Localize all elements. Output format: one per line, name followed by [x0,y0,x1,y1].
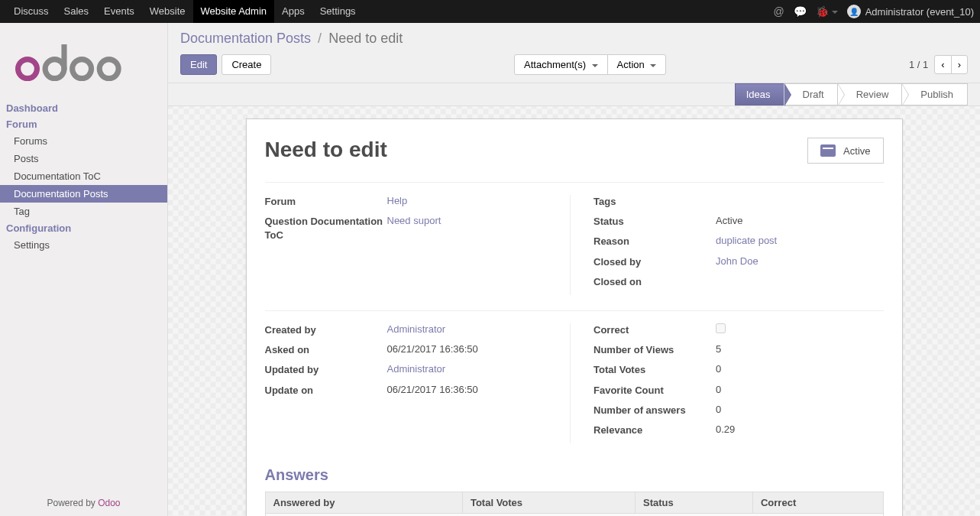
svg-point-3 [99,60,118,79]
field-label: Relevance [593,424,716,437]
field-row: Created byAdministrator [265,323,555,337]
nav-discuss[interactable]: Discuss [6,0,57,23]
field-row: Tags [593,195,884,209]
field-label: Status [593,215,716,229]
sidebar-section-configuration[interactable]: Configuration [0,220,167,236]
logo[interactable] [0,23,167,100]
nav-website[interactable]: Website [142,0,193,23]
status-review[interactable]: Review [837,83,903,105]
table-row [265,514,883,516]
pager-next[interactable]: › [951,55,968,74]
nav-website-admin[interactable]: Website Admin [193,0,274,23]
archive-icon [820,144,836,157]
sidebar-item-settings[interactable]: Settings [0,236,167,254]
svg-point-0 [18,60,37,79]
breadcrumb: Documentation Posts / Need to edit [180,31,968,47]
user-name: Administrator (event_10) [865,6,974,18]
field-value[interactable]: John Doe [716,255,884,269]
field-row: Closed on [593,275,884,289]
nav-settings[interactable]: Settings [312,0,364,23]
main-content: Documentation Posts / Need to edit Edit … [168,23,980,516]
action-dropdown[interactable]: Action [607,54,667,75]
top-navbar: DiscussSalesEventsWebsiteWebsite AdminAp… [0,0,980,23]
field-value: Active [716,215,884,229]
edit-button[interactable]: Edit [180,54,217,75]
pager-prev[interactable]: ‹ [934,55,951,74]
breadcrumb-parent[interactable]: Documentation Posts [180,31,311,46]
attachments-dropdown[interactable]: Attachment(s) [514,54,608,75]
pager-text: 1 / 1 [909,59,928,70]
svg-point-2 [73,60,92,79]
odoo-link[interactable]: Odoo [98,498,120,508]
control-panel: Documentation Posts / Need to edit Edit … [168,23,980,83]
field-row: ForumHelp [265,195,555,209]
field-value: 5 [716,343,884,357]
avatar: 👤 [847,5,861,18]
table-header[interactable]: Total Votes [462,492,635,514]
sidebar-footer: Powered by Odoo [0,490,167,516]
field-row: Favorite Count0 [593,384,884,398]
answers-table: Answered byTotal VotesStatusCorrect [265,492,884,516]
field-value: 0 [716,384,884,398]
answers-title: Answers [265,466,884,484]
field-label: Question Documentation ToC [265,215,387,242]
field-label: Created by [265,323,387,337]
table-header[interactable]: Answered by [265,492,462,514]
field-label: Tags [593,195,716,209]
form-sheet: Need to edit Active ForumHelpQuestion Do… [246,118,903,516]
field-label: Total Votes [593,363,716,377]
field-value[interactable]: Need suport [387,215,555,242]
field-value [716,275,884,289]
field-row: Correct [593,323,884,337]
table-header[interactable]: Status [635,492,752,514]
sidebar-item-posts[interactable]: Posts [0,150,167,167]
chat-icon[interactable]: 💬 [794,5,807,18]
status-draft[interactable]: Draft [784,83,838,105]
field-label: Favorite Count [593,384,716,398]
field-value[interactable]: duplicate post [716,235,884,248]
sidebar-item-documentation-posts[interactable]: Documentation Posts [0,185,167,203]
field-value[interactable]: Administrator [387,323,555,337]
create-button[interactable]: Create [222,54,271,75]
status-ideas[interactable]: Ideas [735,83,784,105]
active-badge[interactable]: Active [807,138,883,164]
field-row: Number of Views5 [593,343,884,357]
field-value[interactable]: Help [387,195,555,209]
sidebar-item-tag[interactable]: Tag [0,203,167,220]
field-label: Reason [593,235,716,248]
page-title: Need to edit [265,138,387,162]
field-label: Closed by [593,255,716,269]
status-publish[interactable]: Publish [901,83,968,105]
sidebar-section-dashboard[interactable]: Dashboard [0,100,167,116]
field-row: Total Votes0 [593,363,884,377]
correct-checkbox [716,323,726,333]
sidebar: DashboardForumForumsPostsDocumentation T… [0,23,168,516]
field-label: Forum [265,195,387,209]
field-row: Closed byJohn Doe [593,255,884,269]
field-row: Relevance0.29 [593,424,884,437]
field-value: 06/21/2017 16:36:50 [387,384,555,398]
field-label: Number of answers [593,404,716,417]
field-row: Reasonduplicate post [593,235,884,248]
sidebar-item-documentation-toc[interactable]: Documentation ToC [0,167,167,185]
field-value: 0.29 [716,424,884,437]
nav-apps[interactable]: Apps [274,0,312,23]
user-menu[interactable]: 👤 Administrator (event_10) [847,5,974,18]
field-label: Closed on [593,275,716,289]
nav-sales[interactable]: Sales [57,0,97,23]
field-value: 0 [716,404,884,417]
statusbar: IdeasDraftReviewPublish [168,83,980,106]
field-label: Asked on [265,343,387,357]
field-row: StatusActive [593,215,884,229]
table-header[interactable]: Correct [752,492,883,514]
field-value [716,323,884,337]
sidebar-section-forum[interactable]: Forum [0,116,167,132]
field-value[interactable]: Administrator [387,363,555,377]
pager: 1 / 1 ‹ › [909,55,968,74]
mail-icon[interactable]: @ [773,5,784,18]
sidebar-item-forums[interactable]: Forums [0,132,167,150]
nav-events[interactable]: Events [96,0,142,23]
debug-icon[interactable]: 🐞 [816,5,838,18]
field-row: Updated byAdministrator [265,363,555,377]
field-value: 06/21/2017 16:36:50 [387,343,555,357]
